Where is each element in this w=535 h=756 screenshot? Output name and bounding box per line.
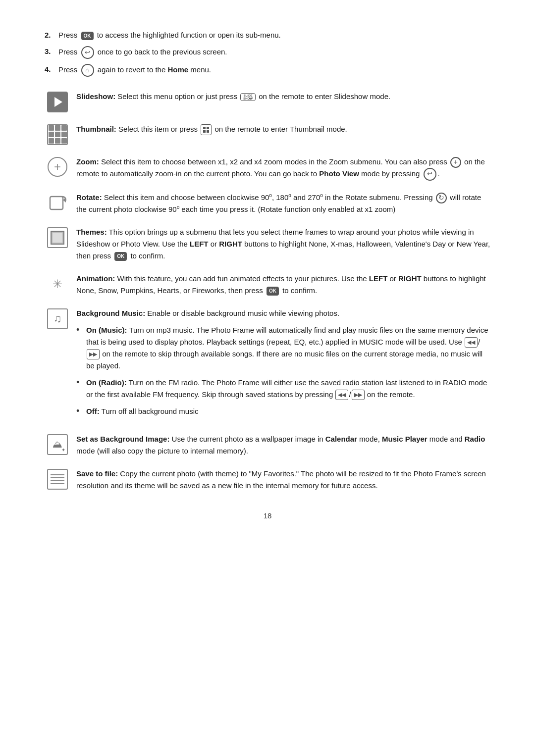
grid-cell xyxy=(61,125,67,131)
svg-rect-3 xyxy=(207,130,209,133)
save-line xyxy=(51,483,64,484)
section-zoom: + Zoom: Select this item to choose betwe… xyxy=(45,156,490,181)
setbg-icon-box: ⛰ ✦ xyxy=(47,434,68,455)
grid-cell xyxy=(49,138,54,144)
radio-skip-next-icon: ▶▶ xyxy=(352,390,365,401)
savefile-section-icon xyxy=(45,468,70,490)
animation-label: Animation: xyxy=(76,274,115,283)
zoom-remote-icon: + xyxy=(450,157,461,168)
section-slideshow: Slideshow: Select this menu option or ju… xyxy=(45,91,490,112)
music-note-icon: ♫ xyxy=(54,312,62,325)
bgmusic-label: Background Music: xyxy=(76,309,145,317)
rotate-label: Rotate: xyxy=(76,193,102,202)
animation-section-icon: ✳ xyxy=(45,273,70,295)
slideshow-remote-icon: SLIDESHOW xyxy=(240,93,256,101)
setbg-mountain-icon: ⛰ xyxy=(53,439,62,450)
setbg-text: Set as Background Image: Use the current… xyxy=(76,433,490,457)
zoom-back-icon: ↩ xyxy=(424,168,436,181)
page-number: 18 xyxy=(45,511,490,520)
thumbnail-section-icon xyxy=(45,123,70,145)
section-setbg: ⛰ ✦ Set as Background Image: Use the cur… xyxy=(45,433,490,457)
bullet-dot: • xyxy=(76,405,86,417)
save-icon-box xyxy=(47,469,68,490)
skip-next-icon: ▶▶ xyxy=(87,349,100,360)
save-line xyxy=(51,474,64,475)
zoom-label: Zoom: xyxy=(76,157,99,166)
animation-text: Animation: With this feature, you can ad… xyxy=(76,273,490,297)
thumbnail-text: Thumbnail: Select this item or press on … xyxy=(76,123,490,135)
item-3-text: Press ↩ once to go back to the previous … xyxy=(58,46,227,59)
numbered-item-4: 4. Press ⌂ again to revert to the Home m… xyxy=(45,64,490,77)
bgmusic-text: Background Music: Enable or disable back… xyxy=(76,307,490,422)
section-thumbnail: Thumbnail: Select this item or press on … xyxy=(45,123,490,145)
grid-cell xyxy=(49,125,54,131)
section-themes: Themes: This option brings up a submenu … xyxy=(45,226,490,262)
zoom-section-icon: + xyxy=(45,156,70,177)
section-animation: ✳ Animation: With this feature, you can … xyxy=(45,273,490,297)
animation-icon-box: ✳ xyxy=(47,274,68,295)
item-4-number: 4. xyxy=(45,64,58,75)
grid-cell xyxy=(61,138,67,144)
themes-inner-photo xyxy=(53,233,62,243)
setbg-small-icon: ✦ xyxy=(61,448,65,453)
bullet-on-music: • On (Music): Turn on mp3 music. The Pho… xyxy=(76,324,490,372)
bullet-on-music-text: On (Music): Turn on mp3 music. The Photo… xyxy=(86,324,490,372)
item-2-text: Press OK to access the highlighted funct… xyxy=(58,30,281,41)
item-3-number: 3. xyxy=(45,46,58,57)
grid-cell xyxy=(55,138,60,144)
page: 2. Press OK to access the highlighted fu… xyxy=(0,0,535,756)
music-icon-box: ♫ xyxy=(47,308,68,329)
setbg-label: Set as Background Image: xyxy=(76,435,169,443)
rotate-icon-box xyxy=(47,193,68,213)
savefile-label: Save to file: xyxy=(76,469,118,478)
slideshow-section-icon xyxy=(45,91,70,112)
animation-ok-icon: OK xyxy=(267,287,279,296)
bullet-dot: • xyxy=(76,377,86,388)
themes-label: Themes: xyxy=(76,228,107,236)
grid-cell xyxy=(61,132,67,137)
numbered-list: 2. Press OK to access the highlighted fu… xyxy=(45,30,490,77)
grid-cell xyxy=(49,132,54,137)
grid-cell xyxy=(55,132,60,137)
ok-icon: OK xyxy=(81,32,94,40)
save-line xyxy=(51,477,64,478)
rotate-text: Rotate: Select this item and choose betw… xyxy=(76,192,490,215)
section-bgmusic: ♫ Background Music: Enable or disable ba… xyxy=(45,307,490,422)
bullet-dot: • xyxy=(76,324,86,336)
section-rotate: Rotate: Select this item and choose betw… xyxy=(45,192,490,215)
slideshow-icon-box xyxy=(47,92,68,112)
bgmusic-section-icon: ♫ xyxy=(45,307,70,329)
back-icon: ↩ xyxy=(81,46,94,59)
grid-cell xyxy=(55,125,60,131)
numbered-item-2: 2. Press OK to access the highlighted fu… xyxy=(45,30,490,41)
item-4-text: Press ⌂ again to revert to the Home menu… xyxy=(58,64,211,77)
rotate-svg xyxy=(47,193,68,213)
bgmusic-intro: Background Music: Enable or disable back… xyxy=(76,307,490,319)
thumbnail-grid xyxy=(49,125,67,144)
bullet-on-radio-text: On (Radio): Turn on the FM radio. The Ph… xyxy=(86,377,490,401)
zoom-text: Zoom: Select this item to choose between… xyxy=(76,156,490,181)
star-icon: ✳ xyxy=(53,277,62,291)
save-line xyxy=(51,480,64,481)
radio-skip-prev-icon: ◀◀ xyxy=(335,390,348,401)
bullet-off: • Off: Turn off all background music xyxy=(76,405,490,417)
slideshow-play-triangle xyxy=(54,97,62,107)
svg-rect-0 xyxy=(203,127,206,129)
slideshow-label: Slideshow: xyxy=(76,92,115,101)
savefile-text: Save to file: Copy the current photo (wi… xyxy=(76,468,490,492)
svg-rect-4 xyxy=(50,197,63,209)
home-icon: ⌂ xyxy=(81,64,94,77)
zoom-icon-box: + xyxy=(48,157,67,177)
rotate-section-icon xyxy=(45,192,70,213)
thumbnail-label: Thumbnail: xyxy=(76,125,116,133)
svg-rect-1 xyxy=(207,127,209,129)
thumbnail-remote-icon xyxy=(201,124,212,135)
themes-ok-icon: OK xyxy=(114,252,127,261)
themes-inner-frame xyxy=(51,231,64,245)
slideshow-text: Slideshow: Select this menu option or ju… xyxy=(76,91,490,102)
setbg-section-icon: ⛰ ✦ xyxy=(45,433,70,455)
bgmusic-bullets: • On (Music): Turn on mp3 music. The Pho… xyxy=(76,324,490,417)
themes-icon-box xyxy=(47,227,68,248)
svg-rect-2 xyxy=(203,130,206,133)
bullet-on-radio: • On (Radio): Turn on the FM radio. The … xyxy=(76,377,490,401)
